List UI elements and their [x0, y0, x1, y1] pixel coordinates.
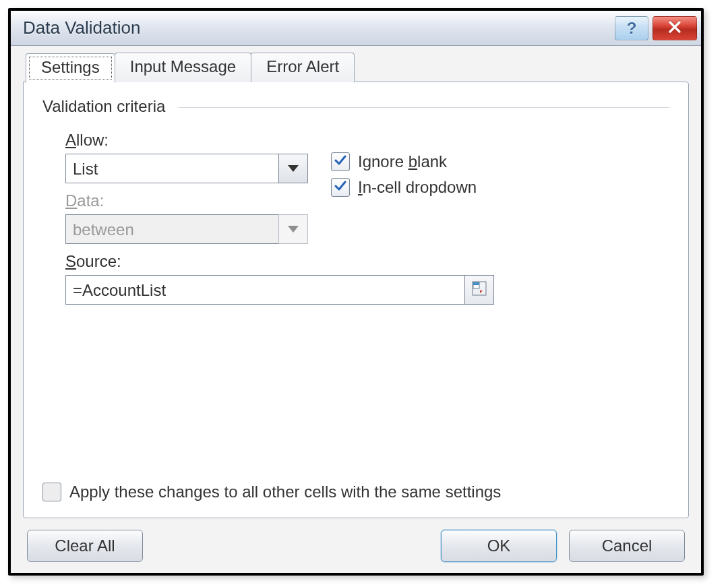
tab-input-message[interactable]: Input Message: [115, 53, 251, 82]
apply-changes-checkbox: Apply these changes to all other cells w…: [42, 483, 501, 501]
allow-value: List: [65, 154, 278, 183]
svg-marker-0: [288, 165, 299, 172]
svg-marker-1: [288, 226, 299, 233]
data-label: Data:: [65, 191, 311, 210]
close-icon: [667, 20, 682, 37]
tab-settings[interactable]: Settings: [26, 53, 115, 83]
apply-changes-label: Apply these changes to all other cells w…: [69, 483, 501, 501]
fieldset-divider: [179, 107, 669, 108]
checkbox-box: [42, 483, 61, 501]
criteria-fields: Allow: List Data: between: [42, 116, 669, 305]
source-input[interactable]: =AccountList: [65, 275, 464, 305]
titlebar: Data Validation ?: [11, 11, 701, 46]
dialog-title: Data Validation: [23, 18, 611, 38]
help-icon: ?: [627, 19, 637, 38]
in-cell-dropdown-checkbox[interactable]: In-cell dropdown: [331, 178, 663, 197]
range-picker-button[interactable]: [464, 275, 494, 305]
chevron-down-icon: [288, 162, 299, 175]
dialog-footer: Clear All OK Cancel: [11, 518, 701, 573]
checkbox-box: [331, 178, 350, 197]
help-button[interactable]: ?: [615, 16, 648, 40]
close-button[interactable]: [653, 16, 697, 40]
source-input-wrap: =AccountList: [65, 275, 494, 305]
data-dropdown: between: [65, 214, 308, 244]
validation-criteria-legend: Validation criteria: [42, 97, 171, 116]
allow-label: Allow:: [65, 131, 311, 150]
svg-rect-4: [473, 282, 479, 285]
settings-panel: Validation criteria Allow: List: [23, 82, 689, 518]
tab-strip: Settings Input Message Error Alert: [26, 53, 689, 82]
dialog-content: Settings Input Message Error Alert Valid…: [11, 46, 701, 518]
ignore-blank-label: Ignore blank: [358, 152, 447, 171]
data-validation-dialog: Data Validation ? Settings Input Message…: [8, 8, 704, 576]
source-label: Source:: [65, 252, 663, 271]
allow-dropdown-button[interactable]: [278, 154, 308, 183]
cancel-button[interactable]: Cancel: [569, 530, 685, 562]
ok-button[interactable]: OK: [441, 530, 557, 562]
clear-all-button[interactable]: Clear All: [27, 530, 143, 562]
checkmark-icon: [334, 179, 347, 195]
data-value: between: [65, 214, 278, 244]
checkmark-icon: [334, 154, 347, 170]
range-picker-icon: [471, 280, 487, 299]
in-cell-dropdown-label: In-cell dropdown: [358, 178, 477, 197]
allow-dropdown[interactable]: List: [65, 154, 308, 183]
checkbox-box: [331, 152, 350, 171]
tab-error-alert[interactable]: Error Alert: [251, 53, 355, 82]
chevron-down-icon: [288, 223, 299, 235]
ignore-blank-checkbox[interactable]: Ignore blank: [331, 152, 663, 171]
data-dropdown-button: [278, 214, 308, 244]
